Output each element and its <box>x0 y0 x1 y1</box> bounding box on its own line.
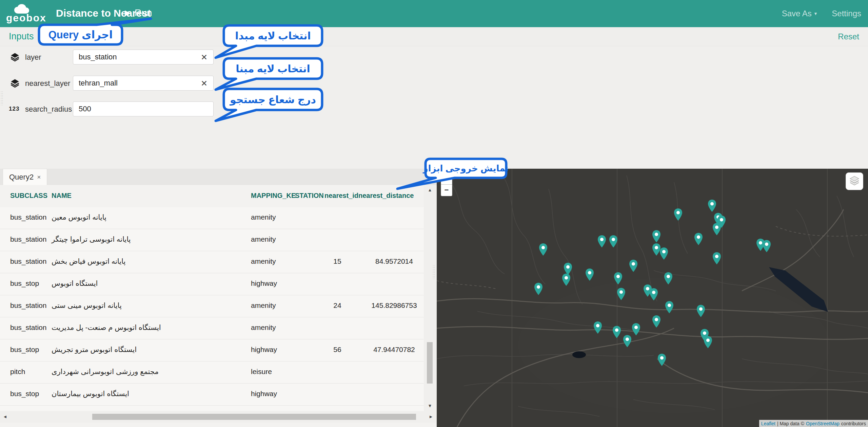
map-marker[interactable] <box>632 323 640 336</box>
annotation-enter-search-radius: درج شعاع جستجو <box>224 89 322 110</box>
cell-subclass: bus_station <box>10 235 51 243</box>
map-marker[interactable] <box>664 272 673 285</box>
map-marker[interactable] <box>694 233 703 245</box>
panel-resize-handle[interactable]: :::::::::::: <box>1 91 5 108</box>
cell-nid: 24 <box>322 301 353 310</box>
cell-mapping: amenity <box>251 323 292 332</box>
clear-icon[interactable]: ✕ <box>201 53 208 62</box>
map-marker[interactable] <box>657 353 666 366</box>
map-marker[interactable] <box>659 247 668 260</box>
cell-mapping: amenity <box>251 257 292 265</box>
scroll-right-icon[interactable]: ► <box>426 411 436 423</box>
map-marker[interactable] <box>539 243 548 256</box>
cell-mapping: amenity <box>251 213 292 221</box>
map-marker[interactable] <box>696 304 705 317</box>
cell-mapping: leisure <box>251 368 292 376</box>
map-marker[interactable] <box>585 268 594 281</box>
basemap-layers-button[interactable] <box>846 172 863 190</box>
table-row[interactable]: bus_stationپایانه اتوبوسی تراموا چیتگرam… <box>0 229 424 251</box>
table-row[interactable]: bus_stationپایانه اتوبوس مینی ستیamenity… <box>0 295 424 317</box>
layer-input[interactable] <box>73 50 214 64</box>
column-header-nearest-id[interactable]: nearest_id <box>324 192 358 200</box>
cell-nid: 56 <box>322 346 353 354</box>
column-header-subclass[interactable]: SUBCLASS <box>10 192 47 200</box>
cell-subclass: bus_station <box>10 301 51 310</box>
search-radius-input[interactable] <box>73 101 214 116</box>
cell-name: پایانه اتوبوسی تراموا چیتگر <box>52 235 248 243</box>
field-label: layer <box>25 53 41 62</box>
column-header-nearest-distance[interactable]: nearest_distance <box>358 192 414 200</box>
zoom-out-button[interactable]: − <box>441 185 452 196</box>
table-row[interactable]: bus_stopایستگاه اتوبوسhighway <box>0 273 424 295</box>
map-view[interactable]: + − Leaflet | Map data © OpenStreetMap c… <box>437 169 868 427</box>
map-marker[interactable] <box>609 235 618 248</box>
scroll-up-icon[interactable]: ▲ <box>424 185 436 195</box>
cell-ndist: 145.82986753 <box>363 301 424 310</box>
table-row[interactable]: bus_stopایستگاه اتوبوس مترو تجریشhighway… <box>0 339 424 361</box>
map-marker[interactable] <box>652 315 661 328</box>
nearest-layer-input[interactable] <box>73 76 214 91</box>
field-search-radius: 123 search_radius <box>0 101 237 117</box>
cell-name: ایستگاه اتوبوس بیمارستان <box>52 390 248 398</box>
column-header-name[interactable]: NAME <box>52 192 72 200</box>
run-button[interactable]: ▶ Run <box>125 7 152 18</box>
reset-button[interactable]: Reset <box>838 32 859 41</box>
map-marker[interactable] <box>712 223 721 236</box>
map-marker[interactable] <box>623 335 632 348</box>
horizontal-scroll-thumb[interactable] <box>92 414 416 420</box>
tab-query2[interactable]: Query2 × <box>3 169 47 185</box>
leaflet-link[interactable]: Leaflet <box>761 421 775 426</box>
cell-name: ایستگاه اتوبوس مترو تجریش <box>52 346 248 354</box>
map-marker[interactable] <box>712 252 721 265</box>
attribution-text: | Map data © <box>777 421 804 426</box>
cell-mapping: highway <box>251 346 292 354</box>
save-as-button[interactable]: Save As ▾ <box>782 9 817 18</box>
column-header-station[interactable]: STATION <box>295 192 324 200</box>
table-row[interactable]: bus_stationایستگاه اتوبوس م صنعت- پل مدی… <box>0 317 424 339</box>
map-marker[interactable] <box>762 240 771 253</box>
results-tab-strip: Query2 × <box>0 169 437 185</box>
map-marker[interactable] <box>674 208 683 221</box>
annotation-show-tool-output: نمایش خروجی ابزار <box>426 159 506 178</box>
cell-nid: 15 <box>322 257 353 265</box>
vertical-scrollbar[interactable]: ▲ ▼ <box>424 185 436 411</box>
settings-button[interactable]: Settings <box>832 9 861 18</box>
map-marker[interactable] <box>665 301 674 314</box>
annotation-text: اجرای Query <box>39 25 122 44</box>
map-marker[interactable] <box>614 272 623 285</box>
openstreetmap-link[interactable]: OpenStreetMap <box>806 421 840 426</box>
scroll-down-icon[interactable]: ▼ <box>424 401 436 411</box>
table-row[interactable]: bus_stationپایانه اتوبوس فیاض بخشamenity… <box>0 251 424 273</box>
map-marker[interactable] <box>562 273 571 286</box>
cell-name: ایستگاه اتوبوس <box>52 279 248 287</box>
map-marker[interactable] <box>652 230 661 243</box>
map-marker[interactable] <box>597 235 606 248</box>
map-attribution: Leaflet | Map data © OpenStreetMap contr… <box>759 420 868 427</box>
map-marker[interactable] <box>649 288 658 301</box>
table-row[interactable]: bus_stopایستگاه اتوبوس بیمارستانhighway <box>0 384 424 406</box>
cell-subclass: bus_stop <box>10 346 51 354</box>
tab-inputs[interactable]: Inputs <box>9 31 34 42</box>
geobox-logo[interactable]: geobox <box>6 3 50 24</box>
close-icon[interactable]: × <box>37 173 41 181</box>
map-marker[interactable] <box>708 199 716 212</box>
map-marker[interactable] <box>534 282 543 295</box>
table-row[interactable]: pitchمجتمع ورزشی اتوبوسرانی شهرداریleisu… <box>0 361 424 384</box>
vertical-scroll-thumb[interactable] <box>427 342 433 384</box>
map-marker[interactable] <box>704 336 712 349</box>
annotation-text: انتخاب لایه مبدا <box>224 25 322 46</box>
clear-icon[interactable]: ✕ <box>201 79 208 88</box>
markers-layer <box>437 169 868 427</box>
annotation-text: نمایش خروجی ابزار <box>426 159 506 178</box>
scroll-left-icon[interactable]: ◄ <box>0 411 10 423</box>
map-marker[interactable] <box>593 321 602 334</box>
chevron-down-icon: ▾ <box>814 11 817 17</box>
map-marker[interactable] <box>629 259 638 272</box>
map-marker[interactable] <box>612 326 621 338</box>
column-header-mapping-ke[interactable]: MAPPING_KE <box>251 192 296 200</box>
table-row[interactable]: bus_stopایستگاه اتوبوس فرصتhighway <box>0 406 424 411</box>
map-resize-handle[interactable]: :::::::::::: <box>433 265 437 282</box>
horizontal-scrollbar[interactable]: ◄ ► <box>0 411 436 423</box>
map-marker[interactable] <box>617 287 626 300</box>
table-row[interactable]: bus_stationپایانه اتوبوس معینamenity <box>0 207 424 229</box>
